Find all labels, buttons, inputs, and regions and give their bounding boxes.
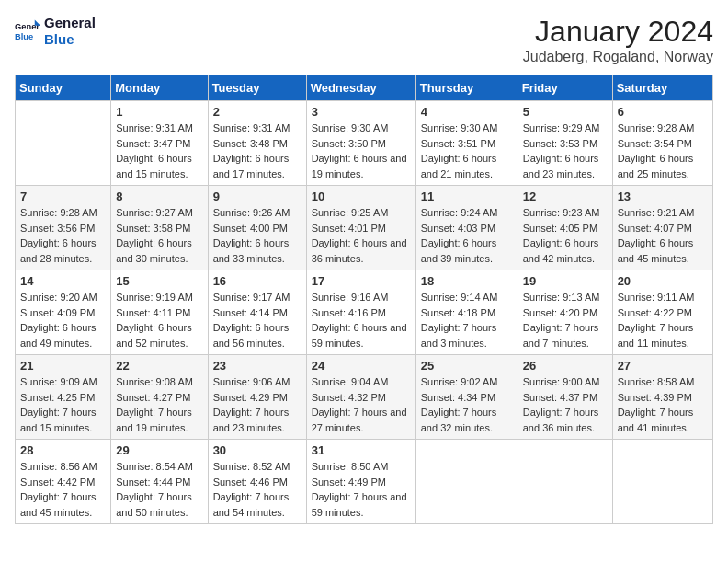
day-number: 20 bbox=[618, 274, 708, 288]
day-cell bbox=[518, 440, 612, 524]
sunset-text: Sunset: 4:16 PM bbox=[312, 305, 411, 321]
day-cell: 7 Sunrise: 9:28 AM Sunset: 3:56 PM Dayli… bbox=[16, 186, 111, 270]
sunrise-text: Sunrise: 9:21 AM bbox=[618, 205, 708, 221]
sunset-text: Sunset: 4:07 PM bbox=[618, 221, 708, 236]
day-info: Sunrise: 8:50 AM Sunset: 4:49 PM Dayligh… bbox=[312, 459, 411, 520]
day-info: Sunrise: 9:30 AM Sunset: 3:50 PM Dayligh… bbox=[312, 121, 411, 181]
day-info: Sunrise: 9:30 AM Sunset: 3:51 PM Dayligh… bbox=[421, 121, 513, 181]
day-cell: 11 Sunrise: 9:24 AM Sunset: 4:03 PM Dayl… bbox=[415, 186, 518, 270]
sunrise-text: Sunrise: 9:17 AM bbox=[213, 290, 301, 305]
sunrise-text: Sunrise: 8:50 AM bbox=[312, 459, 411, 475]
day-info: Sunrise: 9:09 AM Sunset: 4:25 PM Dayligh… bbox=[20, 374, 106, 435]
title-area: January 2024 Judaberg, Rogaland, Norway bbox=[523, 15, 713, 65]
day-info: Sunrise: 9:11 AM Sunset: 4:22 PM Dayligh… bbox=[618, 290, 708, 350]
day-info: Sunrise: 9:28 AM Sunset: 3:56 PM Dayligh… bbox=[20, 205, 106, 266]
day-cell: 22 Sunrise: 9:08 AM Sunset: 4:27 PM Dayl… bbox=[111, 355, 208, 440]
sunrise-text: Sunrise: 9:04 AM bbox=[312, 374, 411, 390]
day-cell: 14 Sunrise: 9:20 AM Sunset: 4:09 PM Dayl… bbox=[16, 270, 111, 355]
day-info: Sunrise: 8:54 AM Sunset: 4:44 PM Dayligh… bbox=[116, 459, 202, 520]
header-row: SundayMondayTuesdayWednesdayThursdayFrid… bbox=[16, 75, 713, 101]
daylight-text: Daylight: 7 hours and 19 minutes. bbox=[116, 405, 202, 435]
sunrise-text: Sunrise: 9:25 AM bbox=[312, 205, 411, 221]
daylight-text: Daylight: 7 hours and 3 minutes. bbox=[421, 320, 513, 350]
daylight-text: Daylight: 6 hours and 39 minutes. bbox=[421, 236, 513, 266]
sunrise-text: Sunrise: 9:30 AM bbox=[312, 121, 411, 136]
day-cell bbox=[612, 440, 712, 524]
svg-text:Blue: Blue bbox=[15, 32, 33, 41]
day-cell: 9 Sunrise: 9:26 AM Sunset: 4:00 PM Dayli… bbox=[208, 186, 306, 270]
header-tuesday: Tuesday bbox=[208, 75, 306, 101]
daylight-text: Daylight: 6 hours and 56 minutes. bbox=[213, 320, 301, 350]
day-info: Sunrise: 9:16 AM Sunset: 4:16 PM Dayligh… bbox=[312, 290, 411, 350]
daylight-text: Daylight: 6 hours and 33 minutes. bbox=[213, 236, 301, 266]
sunset-text: Sunset: 4:11 PM bbox=[116, 305, 202, 321]
day-number: 6 bbox=[618, 105, 708, 119]
day-number: 8 bbox=[116, 190, 202, 203]
week-row-3: 14 Sunrise: 9:20 AM Sunset: 4:09 PM Dayl… bbox=[16, 270, 713, 355]
day-cell: 25 Sunrise: 9:02 AM Sunset: 4:34 PM Dayl… bbox=[415, 355, 518, 440]
sunrise-text: Sunrise: 9:27 AM bbox=[116, 205, 202, 221]
day-info: Sunrise: 9:19 AM Sunset: 4:11 PM Dayligh… bbox=[116, 290, 202, 350]
day-info: Sunrise: 9:25 AM Sunset: 4:01 PM Dayligh… bbox=[312, 205, 411, 266]
day-info: Sunrise: 9:08 AM Sunset: 4:27 PM Dayligh… bbox=[116, 374, 202, 435]
day-cell: 26 Sunrise: 9:00 AM Sunset: 4:37 PM Dayl… bbox=[518, 355, 612, 440]
daylight-text: Daylight: 7 hours and 7 minutes. bbox=[523, 320, 608, 350]
day-cell: 2 Sunrise: 9:31 AM Sunset: 3:48 PM Dayli… bbox=[208, 101, 306, 186]
sunset-text: Sunset: 4:14 PM bbox=[213, 305, 301, 321]
day-cell: 24 Sunrise: 9:04 AM Sunset: 4:32 PM Dayl… bbox=[306, 355, 415, 440]
sunset-text: Sunset: 4:34 PM bbox=[421, 390, 513, 406]
day-number: 19 bbox=[523, 274, 608, 288]
day-number: 24 bbox=[312, 359, 411, 373]
day-cell: 19 Sunrise: 9:13 AM Sunset: 4:20 PM Dayl… bbox=[518, 270, 612, 355]
day-number: 12 bbox=[523, 190, 608, 203]
sunrise-text: Sunrise: 9:28 AM bbox=[20, 205, 106, 221]
daylight-text: Daylight: 7 hours and 50 minutes. bbox=[116, 489, 202, 520]
sunset-text: Sunset: 3:54 PM bbox=[618, 136, 708, 152]
daylight-text: Daylight: 6 hours and 59 minutes. bbox=[312, 320, 411, 350]
sunrise-text: Sunrise: 9:20 AM bbox=[20, 290, 106, 305]
day-info: Sunrise: 9:06 AM Sunset: 4:29 PM Dayligh… bbox=[213, 374, 301, 435]
sunset-text: Sunset: 3:51 PM bbox=[421, 136, 513, 152]
day-number: 11 bbox=[421, 190, 513, 203]
day-cell: 6 Sunrise: 9:28 AM Sunset: 3:54 PM Dayli… bbox=[612, 101, 712, 186]
sunset-text: Sunset: 4:39 PM bbox=[618, 390, 708, 406]
day-info: Sunrise: 9:21 AM Sunset: 4:07 PM Dayligh… bbox=[618, 205, 708, 266]
week-row-2: 7 Sunrise: 9:28 AM Sunset: 3:56 PM Dayli… bbox=[16, 186, 713, 270]
daylight-text: Daylight: 6 hours and 30 minutes. bbox=[116, 236, 202, 266]
sunset-text: Sunset: 4:22 PM bbox=[618, 305, 708, 321]
daylight-text: Daylight: 6 hours and 19 minutes. bbox=[312, 151, 411, 181]
day-cell: 15 Sunrise: 9:19 AM Sunset: 4:11 PM Dayl… bbox=[111, 270, 208, 355]
daylight-text: Daylight: 6 hours and 52 minutes. bbox=[116, 320, 202, 350]
daylight-text: Daylight: 7 hours and 36 minutes. bbox=[523, 405, 608, 435]
sunset-text: Sunset: 3:58 PM bbox=[116, 221, 202, 236]
day-number: 17 bbox=[312, 274, 411, 288]
sunrise-text: Sunrise: 9:31 AM bbox=[213, 121, 301, 136]
sunset-text: Sunset: 4:25 PM bbox=[20, 390, 106, 406]
daylight-text: Daylight: 6 hours and 17 minutes. bbox=[213, 151, 301, 181]
day-cell: 28 Sunrise: 8:56 AM Sunset: 4:42 PM Dayl… bbox=[16, 440, 111, 524]
sunrise-text: Sunrise: 9:08 AM bbox=[116, 374, 202, 390]
logo-blue: Blue bbox=[44, 31, 96, 48]
day-number: 7 bbox=[20, 190, 106, 203]
day-info: Sunrise: 9:14 AM Sunset: 4:18 PM Dayligh… bbox=[421, 290, 513, 350]
day-number: 13 bbox=[618, 190, 708, 203]
daylight-text: Daylight: 7 hours and 45 minutes. bbox=[20, 489, 106, 520]
sunrise-text: Sunrise: 9:06 AM bbox=[213, 374, 301, 390]
sunset-text: Sunset: 4:20 PM bbox=[523, 305, 608, 321]
daylight-text: Daylight: 6 hours and 45 minutes. bbox=[618, 236, 708, 266]
day-cell: 12 Sunrise: 9:23 AM Sunset: 4:05 PM Dayl… bbox=[518, 186, 612, 270]
sunset-text: Sunset: 4:03 PM bbox=[421, 221, 513, 236]
daylight-text: Daylight: 6 hours and 28 minutes. bbox=[20, 236, 106, 266]
sunset-text: Sunset: 3:50 PM bbox=[312, 136, 411, 152]
logo-general: General bbox=[44, 15, 96, 31]
sunset-text: Sunset: 4:42 PM bbox=[20, 475, 106, 490]
day-info: Sunrise: 8:56 AM Sunset: 4:42 PM Dayligh… bbox=[20, 459, 106, 520]
calendar-table: SundayMondayTuesdayWednesdayThursdayFrid… bbox=[15, 75, 713, 524]
week-row-1: 1 Sunrise: 9:31 AM Sunset: 3:47 PM Dayli… bbox=[16, 101, 713, 186]
sunset-text: Sunset: 4:18 PM bbox=[421, 305, 513, 321]
daylight-text: Daylight: 7 hours and 54 minutes. bbox=[213, 489, 301, 520]
day-number: 3 bbox=[312, 105, 411, 119]
sunrise-text: Sunrise: 9:24 AM bbox=[421, 205, 513, 221]
day-cell: 27 Sunrise: 8:58 AM Sunset: 4:39 PM Dayl… bbox=[612, 355, 712, 440]
daylight-text: Daylight: 7 hours and 15 minutes. bbox=[20, 405, 106, 435]
